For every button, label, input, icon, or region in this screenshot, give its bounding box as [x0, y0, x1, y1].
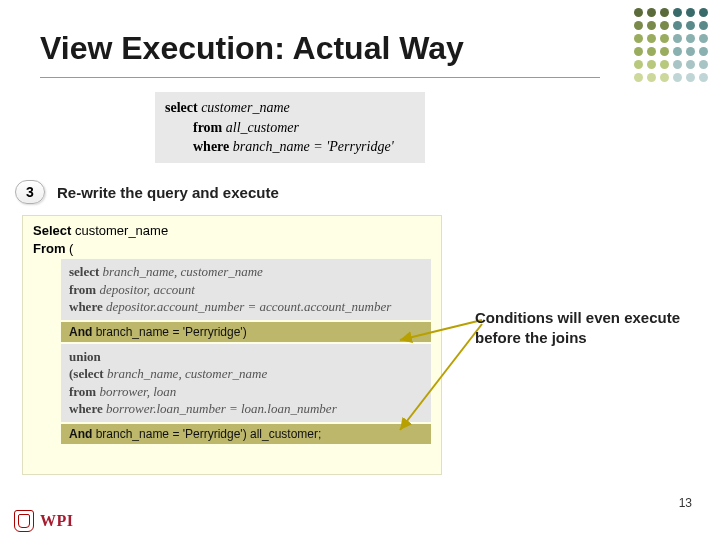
slide-title: View Execution: Actual Way [40, 30, 600, 67]
sql-keyword: select [69, 264, 99, 279]
subquery-block: select branch_name, customer_name from d… [61, 259, 431, 320]
sql-keyword: And [69, 325, 92, 339]
original-query-box: select customer_name from all_customer w… [155, 92, 425, 163]
sql-keyword: Select [33, 223, 71, 238]
query-line: where branch_name = 'Perryridge' [165, 137, 415, 157]
sql-text: customer_name [71, 223, 168, 238]
step-number-badge: 3 [15, 180, 45, 204]
query-line: Select customer_name [33, 222, 431, 240]
callout-text: Conditions will even execute before the … [475, 308, 685, 347]
decorative-dot-grid [634, 8, 710, 84]
step-row: 3 Re-write the query and execute [15, 180, 279, 204]
title-rule-wrap: View Execution: Actual Way [40, 30, 600, 78]
sql-text: customer_name [198, 100, 290, 115]
sql-keyword: (select [69, 366, 104, 381]
logo-text: WPI [40, 512, 74, 530]
sql-keyword: from [69, 282, 96, 297]
sql-keyword: where [69, 299, 103, 314]
subquery-block: union (select branch_name, customer_name… [61, 344, 431, 422]
query-line: select customer_name [165, 98, 415, 118]
sql-text: depositor.account_number = account.accou… [103, 299, 392, 314]
sql-keyword: where [69, 401, 103, 416]
highlighted-condition: And branch_name = 'Perryridge') all_cust… [61, 424, 431, 444]
sql-keyword: select [165, 100, 198, 115]
sql-keyword: from [69, 384, 96, 399]
sql-keyword: where [193, 139, 229, 154]
sql-text: borrower, loan [96, 384, 176, 399]
sql-text: branch_name = 'Perryridge') all_customer… [92, 427, 321, 441]
query-line: from all_customer [165, 118, 415, 138]
page-number: 13 [679, 496, 692, 510]
sql-text: branch_name = 'Perryridge') [92, 325, 246, 339]
sql-text: branch_name, customer_name [99, 264, 263, 279]
footer-logo: WPI [14, 510, 74, 532]
sql-text: borrower.loan_number = loan.loan_number [103, 401, 337, 416]
query-line: From ( [33, 240, 431, 258]
sql-keyword: And [69, 427, 92, 441]
sql-keyword: From [33, 241, 66, 256]
highlighted-condition: And branch_name = 'Perryridge') [61, 322, 431, 342]
shield-icon [14, 510, 34, 532]
rewritten-query-panel: Select customer_name From ( select branc… [22, 215, 442, 475]
sql-keyword: union [69, 349, 101, 364]
sql-text: branch_name = 'Perryridge' [229, 139, 393, 154]
sql-text: all_customer [222, 120, 299, 135]
sql-keyword: from [193, 120, 222, 135]
sql-text: depositor, account [96, 282, 195, 297]
step-label: Re-write the query and execute [57, 184, 279, 201]
sql-text: ( [66, 241, 74, 256]
sql-text: branch_name, customer_name [104, 366, 268, 381]
